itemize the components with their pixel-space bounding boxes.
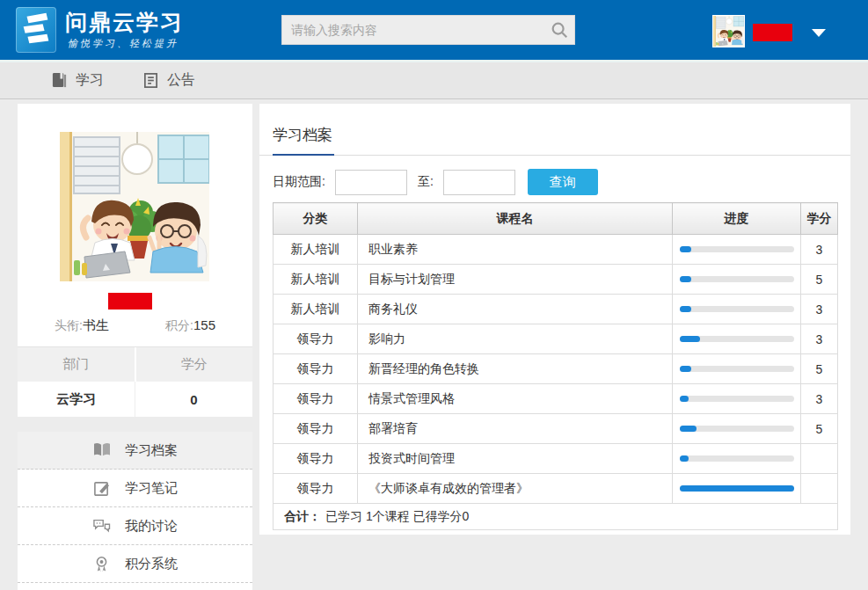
progress-fill xyxy=(680,455,689,462)
course-table-body: 新人培训 职业素养 3 新人培训 目标与计划管理 5 新人培训 商务礼仪 3 领… xyxy=(274,235,838,504)
search-input[interactable] xyxy=(282,17,544,43)
total-summary: 已学习 1个课程 已得学分0 xyxy=(325,509,469,523)
search-button[interactable] xyxy=(544,16,574,44)
progress-fill xyxy=(680,396,689,402)
sidebar-item-my-discussions[interactable]: 我的讨论 xyxy=(18,507,252,545)
sidebar-item-learning-archive[interactable]: 学习档案 xyxy=(18,432,252,470)
course-credit xyxy=(801,444,838,474)
stacked-books-icon xyxy=(17,8,55,52)
date-from-input[interactable] xyxy=(335,170,407,195)
progress-bar xyxy=(680,246,794,252)
nav-item-announcements[interactable]: 公告 xyxy=(142,71,195,90)
table-row: 新人培训 商务礼仪 3 xyxy=(274,295,838,324)
category-col-header: 分类 xyxy=(274,203,358,235)
sidebar-item-points-system[interactable]: 积分系统 xyxy=(18,545,252,583)
course-name: 投资式时间管理 xyxy=(358,444,673,474)
table-row: 领导力 新晋经理的角色转换 5 xyxy=(274,354,838,384)
progress-fill xyxy=(680,426,697,432)
book-icon xyxy=(51,72,68,89)
chevron-down-icon[interactable] xyxy=(812,29,826,37)
course-category: 领导力 xyxy=(274,414,358,444)
course-credit: 5 xyxy=(801,354,838,384)
course-category: 领导力 xyxy=(274,444,358,474)
date-to-input[interactable] xyxy=(443,170,515,195)
course-category: 领导力 xyxy=(274,324,358,354)
page-title: 学习档案 xyxy=(273,125,332,145)
user-avatar[interactable] xyxy=(712,15,745,47)
title-divider xyxy=(259,155,850,156)
credit-value: 0 xyxy=(135,382,252,417)
course-credit: 3 xyxy=(801,384,838,414)
course-name: 新晋经理的角色转换 xyxy=(358,354,673,384)
search-icon xyxy=(550,20,569,40)
table-header-row: 分类 课程名 进度 学分 xyxy=(274,203,838,235)
note-edit-icon xyxy=(91,480,112,497)
profile-avatar xyxy=(60,132,209,281)
table-row: 新人培训 职业素养 3 xyxy=(274,235,838,265)
brand-name: 问鼎云学习 xyxy=(65,8,184,37)
table-row: 领导力 投资式时间管理 xyxy=(274,444,838,474)
open-book-icon xyxy=(91,442,112,458)
table-row: 领导力 部署培育 5 xyxy=(274,414,838,444)
course-category: 新人培训 xyxy=(274,235,358,265)
department-table: 部门 学分 云学习 0 xyxy=(18,346,252,417)
progress-bar xyxy=(680,426,794,432)
progress-bar xyxy=(680,336,794,342)
nav-item-learning[interactable]: 学习 xyxy=(51,71,104,90)
points-label: 积分: xyxy=(165,318,193,332)
profile-card: 头衔:书生 积分:155 部门 学分 云学习 0 xyxy=(18,104,252,416)
course-credit: 3 xyxy=(801,235,838,265)
brand-logo[interactable] xyxy=(16,7,56,53)
course-name: 影响力 xyxy=(358,324,673,354)
date-range-label: 日期范围: xyxy=(273,174,325,190)
sidebar-item-label: 我的讨论 xyxy=(125,518,178,535)
sidebar-item-study-notes[interactable]: 学习笔记 xyxy=(18,470,252,507)
title-value: 书生 xyxy=(83,317,109,332)
app-header: 问鼎云学习 愉悦学习、轻松提升 xyxy=(0,0,868,60)
course-name: 情景式管理风格 xyxy=(358,384,673,414)
progress-bar xyxy=(680,485,794,492)
sidebar-item-label: 积分系统 xyxy=(125,556,178,572)
date-to-label: 至: xyxy=(418,174,434,190)
course-name: 《大师谈卓有成效的管理者》 xyxy=(358,474,673,504)
search-bar xyxy=(281,15,575,45)
table-row: 云学习 0 xyxy=(18,382,252,417)
progress-bar xyxy=(680,366,794,372)
progress-fill xyxy=(680,366,691,372)
total-label: 合计： xyxy=(284,509,321,523)
course-credit xyxy=(801,474,838,504)
course-name: 部署培育 xyxy=(358,414,673,444)
sidebar-menu: 学习档案 学习笔记 我的讨论 xyxy=(18,432,252,590)
course-category: 领导力 xyxy=(274,354,358,384)
progress-fill xyxy=(680,246,691,252)
progress-fill xyxy=(680,276,691,282)
main-nav: 学习 公告 xyxy=(0,62,868,99)
course-category: 新人培训 xyxy=(274,265,358,295)
chat-bubbles-icon xyxy=(91,518,112,534)
nav-item-label: 公告 xyxy=(167,71,195,90)
course-col-header: 课程名 xyxy=(358,203,673,235)
table-row: 领导力 情景式管理风格 3 xyxy=(274,384,838,414)
progress-fill xyxy=(680,336,700,342)
course-category: 新人培训 xyxy=(274,295,358,324)
course-credit: 5 xyxy=(801,265,838,295)
redacted-username xyxy=(753,24,792,41)
course-name: 目标与计划管理 xyxy=(358,265,673,295)
query-button[interactable]: 查询 xyxy=(528,169,598,195)
table-row: 领导力 影响力 3 xyxy=(274,324,838,354)
dept-value: 云学习 xyxy=(18,382,135,417)
title-accent-underline xyxy=(273,154,334,156)
course-category: 领导力 xyxy=(274,474,358,504)
title-label: 头衔: xyxy=(55,318,83,332)
table-row: 新人培训 目标与计划管理 5 xyxy=(274,265,838,295)
course-category: 领导力 xyxy=(274,384,358,414)
learning-archive-panel: 学习档案 日期范围: 至: 查询 分类 课程名 进度 学分 新人培训 职业素养 … xyxy=(259,104,850,535)
medal-icon xyxy=(91,556,112,572)
redacted-profile-name xyxy=(108,293,152,310)
progress-bar xyxy=(680,276,794,282)
course-name: 职业素养 xyxy=(358,235,673,265)
progress-fill xyxy=(680,485,794,492)
progress-bar xyxy=(680,396,794,402)
course-credit: 5 xyxy=(801,414,838,444)
course-credit: 3 xyxy=(801,295,838,324)
